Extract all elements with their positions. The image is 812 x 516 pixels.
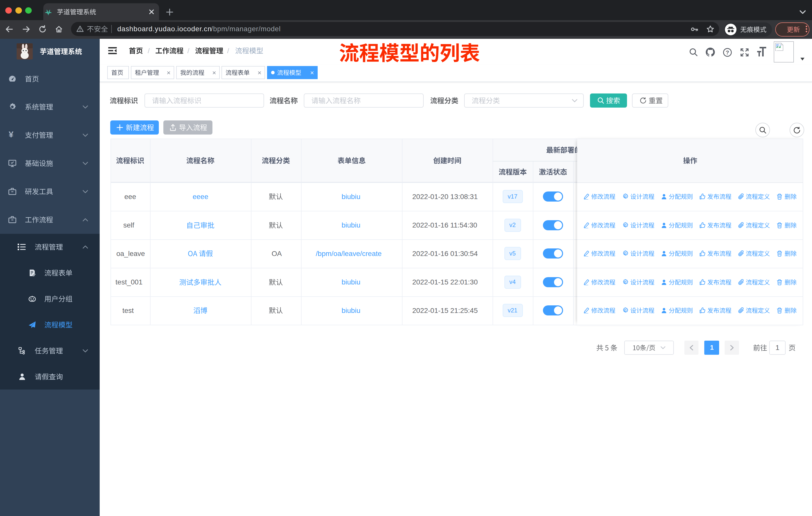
svg-text:?: ? bbox=[726, 49, 729, 56]
